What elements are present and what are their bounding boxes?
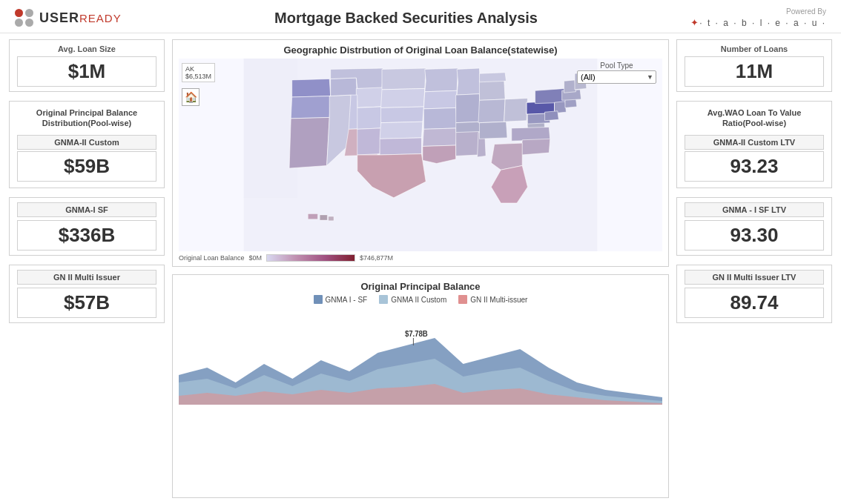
svg-marker-43: [545, 111, 559, 121]
gnma-ii-ltv-sublabel: GNMA-II Custom LTV: [685, 135, 824, 150]
svg-marker-13: [382, 68, 426, 90]
map-title: Geographic Distrbution of Original Loan …: [179, 44, 662, 56]
gradient-bar: [266, 254, 355, 262]
gnma-i-ltv-card: GNMA - I SF LTV 93.30: [676, 197, 832, 256]
svg-rect-49: [320, 215, 327, 220]
left-column: Avg. Loan Size $1M Original Principal Ba…: [9, 39, 165, 498]
legend-title: Original Loan Balance: [179, 254, 245, 262]
pool-type-select-wrapper[interactable]: (All) GNMA-I SF GNMA-II Custom GN II Mul…: [577, 70, 656, 84]
gnma-i-ltv-value-box: 93.30: [685, 220, 824, 251]
gn-ii-multi-card: GN II Multi Issuer $57B: [9, 265, 165, 323]
gnma-ii-sublabel: GNMA-II Custom: [17, 135, 156, 150]
svg-marker-14: [381, 88, 425, 107]
gnma-i-sf-card: GNMA-I SF $336B: [9, 197, 165, 256]
map-container: AK $6,513M 🏠 Pool Type (All) GNMA-I SF G…: [179, 59, 662, 251]
chart-legend: GNMA I - SF GNMA II Custom GN II Multi-i…: [179, 295, 662, 304]
gn-ii-multi-ltv-label: GN II Multi Issuer LTV: [685, 270, 824, 285]
gnma-ii-value: $59B: [64, 155, 110, 177]
svg-marker-17: [380, 138, 421, 155]
svg-marker-22: [423, 128, 457, 147]
gnma-ii-ltv-value: 93.23: [730, 155, 778, 177]
alaska-value: $6,513M: [185, 73, 211, 80]
logo-icon: [15, 9, 33, 27]
svg-marker-3: [291, 96, 330, 119]
legend-item-gn-ii: GN II Multi-issuer: [458, 295, 527, 304]
logo-circle-gray3: [25, 19, 33, 27]
svg-marker-33: [479, 73, 506, 82]
gn-ii-multi-label: GN II Multi Issuer: [17, 270, 156, 285]
svg-marker-30: [478, 99, 505, 123]
svg-marker-19: [425, 68, 458, 92]
number-of-loans-card: Number of Loans 11M: [676, 39, 832, 92]
legend-label-gnma-i: GNMA I - SF: [326, 296, 368, 304]
logo-text: USERREADY: [39, 10, 122, 26]
home-button[interactable]: 🏠: [182, 88, 199, 106]
svg-marker-8: [356, 87, 383, 107]
svg-marker-21: [423, 107, 457, 129]
gn-ii-multi-value-box: $57B: [17, 288, 156, 318]
avg-loan-size-card: Avg. Loan Size $1M: [9, 39, 165, 92]
chart-svg: $7.78B: [179, 308, 662, 405]
pool-type-label: Pool Type: [577, 62, 656, 70]
svg-rect-1: [244, 59, 297, 198]
pool-type-filter: Pool Type (All) GNMA-I SF GNMA-II Custom…: [577, 62, 656, 84]
gn-ii-multi-ltv-value: 89.74: [730, 291, 778, 314]
avg-loan-size-label: Avg. Loan Size: [17, 44, 156, 53]
svg-marker-31: [479, 122, 507, 139]
chart-title: Original Principal Balance: [179, 281, 662, 292]
number-of-loans-value: 11M: [736, 60, 774, 82]
number-of-loans-value-box: 11M: [685, 56, 824, 87]
gnma-ii-value-box: $59B: [17, 151, 156, 182]
avg-wao-section: Avg.WAO Loan To Value Ratio(Pool-wise) G…: [676, 101, 832, 188]
gnma-i-sf-label: GNMA-I SF: [17, 202, 156, 217]
gnma-ii-ltv-group: GNMA-II Custom LTV 93.23: [685, 135, 824, 182]
svg-marker-37: [521, 139, 550, 155]
logo-circle-gray2: [15, 19, 23, 27]
powered-by-area: Powered By ✦ · t · a · b · l · e · a · u…: [690, 7, 826, 28]
legend-color-gnma-i: [314, 295, 323, 304]
pool-type-select[interactable]: (All) GNMA-I SF GNMA-II Custom GN II Mul…: [577, 70, 656, 84]
legend-min: $0M: [249, 254, 263, 262]
dashboard: USERREADY Mortgage Backed Securities Ana…: [0, 0, 841, 504]
svg-marker-32: [504, 98, 528, 122]
gnma-ii-ltv-value-box: 93.23: [685, 151, 824, 182]
legend-color-gn-ii: [458, 295, 467, 304]
avg-loan-size-value: $1M: [25, 60, 148, 83]
svg-marker-4: [289, 117, 329, 168]
svg-marker-11: [357, 107, 382, 129]
map-legend: Original Loan Balance $0M $746,877M: [179, 254, 662, 262]
chart-section: Original Principal Balance GNMA I - SF G…: [172, 274, 669, 498]
svg-marker-46: [564, 80, 576, 93]
us-map-svg: [179, 59, 662, 251]
chart-area: $7.78B: [179, 308, 662, 405]
map-section: Geographic Distrbution of Original Loan …: [172, 39, 669, 267]
alaska-abbr: AK: [185, 65, 211, 73]
legend-label-gnma-ii: GNMA II Custom: [391, 296, 446, 304]
legend-color-gnma-ii: [379, 295, 388, 304]
chart-annotation: $7.78B: [405, 330, 428, 338]
number-of-loans-label: Number of Loans: [685, 44, 824, 53]
original-principal-label: Original Principal Balance Distribution(…: [17, 107, 156, 129]
avg-loan-size-value-box: $1M: [17, 56, 156, 87]
logo-circle-red: [15, 9, 23, 17]
tableau-word: · t · a · b · l · e · a · u ·: [699, 18, 826, 28]
logo-circle-gray: [25, 9, 33, 17]
legend-item-gnma-i: GNMA I - SF: [314, 295, 368, 304]
legend-item-gnma-ii: GNMA II Custom: [379, 295, 446, 304]
original-principal-section: Original Principal Balance Distribution(…: [9, 101, 165, 188]
gnma-ii-custom-group: GNMA-II Custom $59B: [17, 135, 156, 182]
svg-marker-16: [380, 122, 423, 139]
gn-ii-multi-ltv-card: GN II Multi Issuer LTV 89.74: [676, 265, 832, 323]
gnma-i-sf-value-box: $336B: [17, 220, 156, 251]
svg-marker-12: [357, 128, 381, 155]
center-column: Geographic Distrbution of Original Loan …: [172, 39, 669, 498]
legend-max: $746,877M: [360, 254, 393, 262]
logo-area: USERREADY: [15, 9, 122, 27]
tableau-logo: ✦ · t · a · b · l · e · a · u ·: [690, 17, 826, 28]
legend-label-gn-ii: GN II Multi-issuer: [470, 296, 527, 304]
gn-ii-multi-ltv-value-box: 89.74: [685, 288, 824, 318]
svg-marker-2: [292, 79, 331, 97]
main-content: Avg. Loan Size $1M Original Principal Ba…: [0, 33, 841, 504]
gn-ii-multi-value: $57B: [64, 291, 110, 314]
gnma-i-ltv-value: 93.30: [730, 224, 778, 246]
